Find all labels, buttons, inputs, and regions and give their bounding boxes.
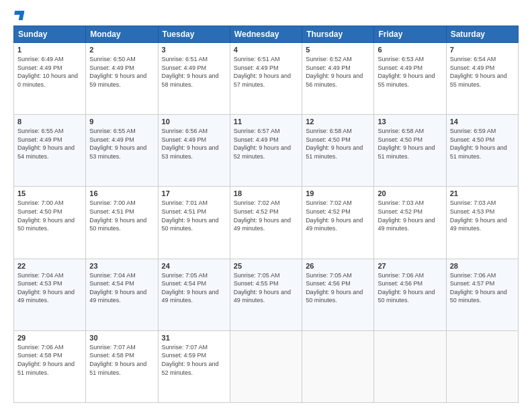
daylight-label: Daylight: 9 hours and 53 minutes.	[162, 144, 219, 160]
calendar-cell: 26 Sunrise: 7:05 AM Sunset: 4:56 PM Dayl…	[302, 259, 374, 330]
daylight-label: Daylight: 9 hours and 52 minutes.	[162, 361, 219, 376]
calendar-table: SundayMondayTuesdayWednesdayThursdayFrid…	[13, 26, 519, 403]
day-header: Thursday	[302, 26, 374, 43]
day-header: Wednesday	[230, 26, 302, 43]
sunrise-label: Sunrise: 6:57 AM	[234, 128, 280, 134]
day-number: 28	[450, 262, 515, 270]
calendar-cell: 31 Sunrise: 7:07 AM Sunset: 4:59 PM Dayl…	[158, 330, 230, 402]
sunset-label: Sunset: 4:59 PM	[162, 352, 207, 359]
daylight-label: Daylight: 9 hours and 54 minutes.	[17, 144, 75, 160]
daylight-label: Daylight: 9 hours and 49 minutes.	[234, 217, 291, 232]
day-number: 20	[378, 189, 442, 197]
sunset-label: Sunset: 4:58 PM	[89, 352, 134, 359]
day-header: Tuesday	[158, 26, 230, 43]
daylight-label: Daylight: 9 hours and 55 minutes.	[378, 73, 435, 88]
sunset-label: Sunset: 4:52 PM	[378, 208, 423, 215]
calendar-cell: 22 Sunrise: 7:04 AM Sunset: 4:53 PM Dayl…	[14, 259, 86, 330]
day-info: Sunrise: 6:56 AM Sunset: 4:49 PM Dayligh…	[162, 127, 226, 161]
calendar-cell: 10 Sunrise: 6:56 AM Sunset: 4:49 PM Dayl…	[158, 115, 230, 187]
day-number: 15	[17, 189, 82, 197]
sunset-label: Sunset: 4:50 PM	[17, 208, 62, 215]
calendar-cell: 7 Sunrise: 6:54 AM Sunset: 4:49 PM Dayli…	[446, 43, 518, 115]
calendar-week: 29 Sunrise: 7:06 AM Sunset: 4:58 PM Dayl…	[14, 330, 519, 402]
sunset-label: Sunset: 4:49 PM	[162, 64, 207, 71]
logo-icon	[13, 11, 24, 20]
day-header: Saturday	[446, 26, 518, 43]
calendar-cell: 21 Sunrise: 7:03 AM Sunset: 4:53 PM Dayl…	[446, 187, 518, 259]
calendar-cell: 28 Sunrise: 7:06 AM Sunset: 4:57 PM Dayl…	[446, 259, 518, 330]
daylight-label: Daylight: 9 hours and 49 minutes.	[89, 289, 146, 304]
sunset-label: Sunset: 4:51 PM	[89, 208, 134, 215]
sunrise-label: Sunrise: 6:49 AM	[17, 56, 64, 62]
calendar-cell: 6 Sunrise: 6:53 AM Sunset: 4:49 PM Dayli…	[374, 43, 446, 115]
calendar-cell: 8 Sunrise: 6:55 AM Sunset: 4:49 PM Dayli…	[14, 115, 86, 187]
calendar-cell	[374, 330, 446, 402]
sunrise-label: Sunrise: 6:51 AM	[234, 56, 280, 62]
logo	[13, 11, 24, 20]
day-info: Sunrise: 7:06 AM Sunset: 4:56 PM Dayligh…	[378, 271, 442, 305]
daylight-label: Daylight: 9 hours and 52 minutes.	[234, 144, 291, 160]
calendar-cell: 14 Sunrise: 6:59 AM Sunset: 4:50 PM Dayl…	[446, 115, 518, 187]
sunrise-label: Sunrise: 6:50 AM	[89, 56, 136, 62]
day-info: Sunrise: 7:00 AM Sunset: 4:50 PM Dayligh…	[17, 199, 82, 232]
sunrise-label: Sunrise: 7:03 AM	[450, 199, 496, 206]
calendar-cell: 29 Sunrise: 7:06 AM Sunset: 4:58 PM Dayl…	[14, 330, 86, 402]
calendar-week: 22 Sunrise: 7:04 AM Sunset: 4:53 PM Dayl…	[14, 259, 519, 330]
day-number: 17	[162, 189, 226, 197]
day-info: Sunrise: 7:04 AM Sunset: 4:54 PM Dayligh…	[89, 271, 154, 305]
daylight-label: Daylight: 9 hours and 51 minutes.	[306, 144, 363, 160]
day-info: Sunrise: 7:01 AM Sunset: 4:51 PM Dayligh…	[162, 199, 226, 232]
sunrise-label: Sunrise: 7:04 AM	[89, 272, 136, 279]
calendar-cell: 17 Sunrise: 7:01 AM Sunset: 4:51 PM Dayl…	[158, 187, 230, 259]
day-header: Monday	[86, 26, 158, 43]
day-number: 2	[89, 46, 154, 54]
sunrise-label: Sunrise: 7:07 AM	[162, 344, 208, 351]
calendar-cell: 13 Sunrise: 6:58 AM Sunset: 4:50 PM Dayl…	[374, 115, 446, 187]
calendar-cell: 1 Sunrise: 6:49 AM Sunset: 4:49 PM Dayli…	[14, 43, 86, 115]
sunrise-label: Sunrise: 7:02 AM	[234, 199, 280, 206]
day-info: Sunrise: 7:02 AM Sunset: 4:52 PM Dayligh…	[306, 199, 370, 232]
day-number: 7	[450, 46, 515, 54]
day-number: 10	[162, 118, 226, 126]
calendar-cell: 24 Sunrise: 7:05 AM Sunset: 4:54 PM Dayl…	[158, 259, 230, 330]
sunset-label: Sunset: 4:50 PM	[450, 136, 495, 143]
sunset-label: Sunset: 4:50 PM	[378, 136, 423, 143]
sunrise-label: Sunrise: 6:55 AM	[17, 128, 64, 134]
daylight-label: Daylight: 9 hours and 50 minutes.	[450, 289, 507, 304]
day-info: Sunrise: 7:05 AM Sunset: 4:56 PM Dayligh…	[306, 271, 370, 305]
sunset-label: Sunset: 4:52 PM	[234, 208, 279, 215]
sunrise-label: Sunrise: 6:52 AM	[306, 56, 352, 62]
day-info: Sunrise: 7:03 AM Sunset: 4:53 PM Dayligh…	[450, 199, 515, 232]
day-number: 25	[234, 262, 298, 270]
sunrise-label: Sunrise: 7:07 AM	[89, 344, 136, 351]
calendar-cell: 15 Sunrise: 7:00 AM Sunset: 4:50 PM Dayl…	[14, 187, 86, 259]
calendar-cell	[230, 330, 302, 402]
calendar-cell: 16 Sunrise: 7:00 AM Sunset: 4:51 PM Dayl…	[86, 187, 158, 259]
day-number: 5	[306, 46, 370, 54]
day-info: Sunrise: 6:51 AM Sunset: 4:49 PM Dayligh…	[162, 55, 226, 89]
daylight-label: Daylight: 9 hours and 51 minutes.	[17, 361, 75, 376]
sunset-label: Sunset: 4:54 PM	[162, 280, 207, 287]
day-number: 24	[162, 262, 226, 270]
daylight-label: Daylight: 9 hours and 49 minutes.	[17, 289, 75, 304]
sunrise-label: Sunrise: 6:59 AM	[450, 128, 496, 134]
daylight-label: Daylight: 9 hours and 51 minutes.	[378, 144, 435, 160]
day-number: 4	[234, 46, 298, 54]
day-info: Sunrise: 7:06 AM Sunset: 4:58 PM Dayligh…	[17, 343, 82, 377]
calendar-cell: 4 Sunrise: 6:51 AM Sunset: 4:49 PM Dayli…	[230, 43, 302, 115]
day-info: Sunrise: 6:59 AM Sunset: 4:50 PM Dayligh…	[450, 127, 515, 161]
daylight-label: Daylight: 9 hours and 50 minutes.	[378, 289, 435, 304]
day-number: 1	[17, 46, 82, 54]
daylight-label: Daylight: 9 hours and 57 minutes.	[234, 73, 291, 88]
daylight-label: Daylight: 9 hours and 51 minutes.	[89, 361, 146, 376]
day-info: Sunrise: 6:58 AM Sunset: 4:50 PM Dayligh…	[306, 127, 370, 161]
calendar-cell: 30 Sunrise: 7:07 AM Sunset: 4:58 PM Dayl…	[86, 330, 158, 402]
daylight-label: Daylight: 9 hours and 50 minutes.	[89, 217, 146, 232]
sunrise-label: Sunrise: 6:58 AM	[378, 128, 424, 134]
sunrise-label: Sunrise: 7:01 AM	[162, 199, 208, 206]
calendar-cell: 18 Sunrise: 7:02 AM Sunset: 4:52 PM Dayl…	[230, 187, 302, 259]
day-info: Sunrise: 7:00 AM Sunset: 4:51 PM Dayligh…	[89, 199, 154, 232]
day-number: 27	[378, 262, 442, 270]
sunrise-label: Sunrise: 7:03 AM	[378, 199, 424, 206]
sunset-label: Sunset: 4:49 PM	[89, 136, 134, 143]
